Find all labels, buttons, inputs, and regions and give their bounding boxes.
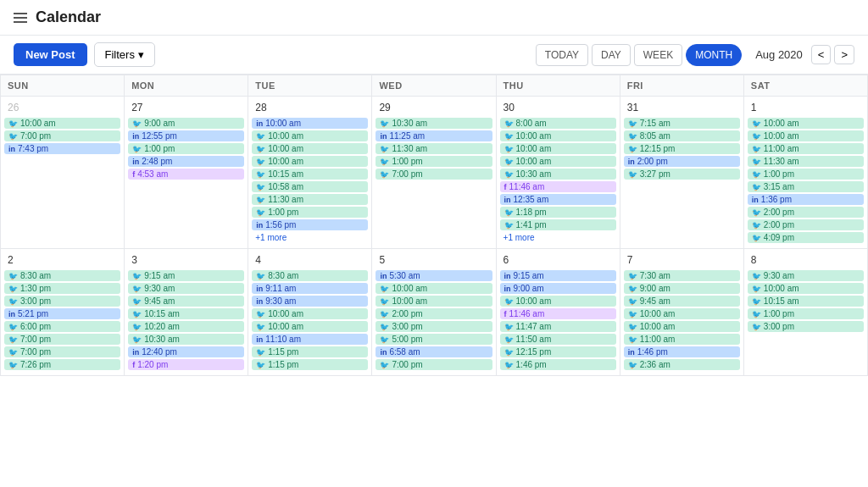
calendar-event[interactable]: 🐦10:00 am xyxy=(500,296,616,307)
calendar-event[interactable]: 🐦10:00 am xyxy=(748,130,864,141)
calendar-event[interactable]: 🐦1:00 pm xyxy=(748,308,864,319)
calendar-event[interactable]: 🐦1:00 pm xyxy=(252,207,368,218)
calendar-event[interactable]: 🐦10:20 am xyxy=(128,321,244,332)
calendar-event[interactable]: 🐦10:15 am xyxy=(748,296,864,307)
calendar-event[interactable]: 🐦10:00 am xyxy=(376,283,492,294)
calendar-event[interactable]: 🐦8:30 am xyxy=(252,270,368,281)
calendar-event[interactable]: 🐦7:26 pm xyxy=(4,359,120,370)
calendar-event[interactable]: in5:21 pm xyxy=(4,308,120,319)
calendar-event[interactable]: in12:55 pm xyxy=(128,130,244,141)
calendar-event[interactable]: 🐦7:00 pm xyxy=(376,169,492,180)
calendar-event[interactable]: 🐦6:00 pm xyxy=(4,321,120,332)
calendar-event[interactable]: 🐦12:15 pm xyxy=(500,346,616,357)
calendar-event[interactable]: in10:00 am xyxy=(252,118,368,129)
calendar-event[interactable]: 🐦7:00 pm xyxy=(4,130,120,141)
calendar-event[interactable]: 🐦9:30 am xyxy=(128,283,244,294)
calendar-event[interactable]: 🐦10:58 am xyxy=(252,181,368,192)
new-post-button[interactable]: New Post xyxy=(14,43,87,66)
calendar-event[interactable]: f11:46 am xyxy=(500,181,616,192)
calendar-event[interactable]: in9:30 am xyxy=(252,296,368,307)
calendar-event[interactable]: 🐦10:00 am xyxy=(376,296,492,307)
calendar-event[interactable]: in1:36 pm xyxy=(748,194,864,205)
calendar-event[interactable]: 🐦11:30 am xyxy=(252,194,368,205)
calendar-event[interactable]: 🐦8:30 am xyxy=(4,270,120,281)
calendar-event[interactable]: 🐦9:45 am xyxy=(128,296,244,307)
calendar-event[interactable]: 🐦5:00 pm xyxy=(376,334,492,345)
calendar-event[interactable]: 🐦2:00 pm xyxy=(376,308,492,319)
calendar-event[interactable]: 🐦10:00 am xyxy=(624,321,740,332)
calendar-event[interactable]: in1:56 pm xyxy=(252,219,368,230)
calendar-event[interactable]: in5:30 am xyxy=(376,270,492,281)
calendar-event[interactable]: 🐦7:00 pm xyxy=(4,346,120,357)
calendar-event[interactable]: 🐦3:00 pm xyxy=(4,296,120,307)
calendar-event[interactable]: 🐦11:00 am xyxy=(748,143,864,154)
calendar-event[interactable]: in11:10 am xyxy=(252,334,368,345)
calendar-event[interactable]: 🐦2:00 pm xyxy=(748,219,864,230)
calendar-event[interactable]: 🐦11:47 am xyxy=(500,321,616,332)
calendar-event[interactable]: 🐦9:15 am xyxy=(128,270,244,281)
calendar-event[interactable]: in6:58 am xyxy=(376,346,492,357)
calendar-event[interactable]: 🐦10:00 am xyxy=(500,130,616,141)
calendar-event[interactable]: 🐦1:46 pm xyxy=(500,359,616,370)
calendar-event[interactable]: in1:46 pm xyxy=(624,346,740,357)
calendar-event[interactable]: in2:00 pm xyxy=(624,156,740,167)
calendar-event[interactable]: in9:00 am xyxy=(500,283,616,294)
calendar-event[interactable]: 🐦7:15 am xyxy=(624,118,740,129)
calendar-event[interactable]: 🐦7:00 pm xyxy=(376,359,492,370)
calendar-event[interactable]: 🐦11:30 am xyxy=(376,143,492,154)
calendar-event[interactable]: 🐦10:00 am xyxy=(748,283,864,294)
calendar-event[interactable]: f1:20 pm xyxy=(128,359,244,370)
calendar-event[interactable]: 🐦12:15 pm xyxy=(624,143,740,154)
calendar-event[interactable]: 🐦11:00 am xyxy=(624,334,740,345)
calendar-event[interactable]: 🐦3:00 pm xyxy=(748,321,864,332)
calendar-event[interactable]: 🐦1:00 pm xyxy=(748,169,864,180)
calendar-event[interactable]: 🐦10:00 am xyxy=(252,156,368,167)
view-today-button[interactable]: TODAY xyxy=(536,44,588,66)
calendar-event[interactable]: 🐦10:00 am xyxy=(252,321,368,332)
calendar-event[interactable]: 🐦10:00 am xyxy=(624,308,740,319)
calendar-event[interactable]: 🐦10:00 am xyxy=(252,130,368,141)
calendar-event[interactable]: 🐦2:36 am xyxy=(624,359,740,370)
calendar-event[interactable]: f4:53 am xyxy=(128,169,244,180)
calendar-event[interactable]: 🐦10:00 am xyxy=(500,143,616,154)
calendar-event[interactable]: 🐦1:00 pm xyxy=(128,143,244,154)
calendar-event[interactable]: 🐦10:15 am xyxy=(128,308,244,319)
calendar-event[interactable]: 🐦10:00 am xyxy=(4,118,120,129)
more-events-link[interactable]: +1 more xyxy=(252,232,368,243)
calendar-event[interactable]: 🐦1:00 pm xyxy=(376,156,492,167)
calendar-event[interactable]: 🐦1:15 pm xyxy=(252,359,368,370)
calendar-event[interactable]: 🐦9:00 am xyxy=(128,118,244,129)
calendar-event[interactable]: f11:46 am xyxy=(500,308,616,319)
view-week-button[interactable]: WEEK xyxy=(634,44,682,66)
calendar-event[interactable]: in11:25 am xyxy=(376,130,492,141)
calendar-event[interactable]: 🐦2:00 pm xyxy=(748,207,864,218)
calendar-event[interactable]: in12:40 pm xyxy=(128,346,244,357)
calendar-event[interactable]: 🐦9:45 am xyxy=(624,296,740,307)
calendar-event[interactable]: in7:43 pm xyxy=(4,143,120,154)
calendar-event[interactable]: in9:15 am xyxy=(500,270,616,281)
calendar-event[interactable]: 🐦10:15 am xyxy=(252,169,368,180)
calendar-event[interactable]: 🐦8:05 am xyxy=(624,130,740,141)
calendar-event[interactable]: 🐦10:30 am xyxy=(128,334,244,345)
calendar-event[interactable]: 🐦10:00 am xyxy=(748,118,864,129)
view-month-button[interactable]: MONTH xyxy=(686,44,742,66)
calendar-event[interactable]: 🐦1:30 pm xyxy=(4,283,120,294)
calendar-event[interactable]: 🐦1:41 pm xyxy=(500,219,616,230)
menu-icon[interactable] xyxy=(14,13,27,23)
calendar-event[interactable]: in2:48 pm xyxy=(128,156,244,167)
calendar-event[interactable]: 🐦10:30 am xyxy=(376,118,492,129)
calendar-event[interactable]: 🐦7:30 am xyxy=(624,270,740,281)
calendar-event[interactable]: 🐦9:00 am xyxy=(624,283,740,294)
calendar-event[interactable]: 🐦7:00 pm xyxy=(4,334,120,345)
more-events-link[interactable]: +1 more xyxy=(500,232,616,243)
next-month-button[interactable]: > xyxy=(834,45,854,64)
calendar-event[interactable]: 🐦3:15 am xyxy=(748,181,864,192)
calendar-event[interactable]: 🐦3:00 pm xyxy=(376,321,492,332)
calendar-event[interactable]: 🐦9:30 am xyxy=(748,270,864,281)
calendar-event[interactable]: 🐦11:30 am xyxy=(748,156,864,167)
calendar-event[interactable]: 🐦10:00 am xyxy=(252,308,368,319)
calendar-event[interactable]: 🐦8:00 am xyxy=(500,118,616,129)
calendar-event[interactable]: 🐦3:27 pm xyxy=(624,169,740,180)
calendar-event[interactable]: 🐦4:09 pm xyxy=(748,232,864,243)
calendar-event[interactable]: in9:11 am xyxy=(252,283,368,294)
